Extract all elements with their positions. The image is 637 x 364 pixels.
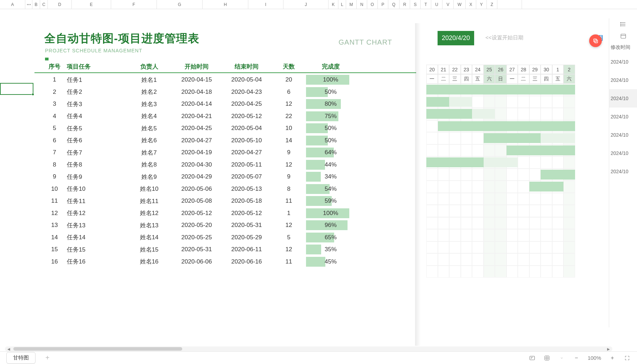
cell-end: 2020-06-16 (222, 258, 272, 265)
table-row[interactable]: 10任务10姓名102020-05-062020-05-13854% (44, 183, 416, 195)
col-header-dots[interactable] (497, 0, 522, 9)
col-header-W[interactable]: W (454, 0, 466, 9)
selected-cell[interactable] (0, 83, 33, 95)
col-header-G[interactable]: G (157, 0, 203, 9)
col-header-dots[interactable]: ⋯ (25, 0, 32, 9)
col-header-S[interactable]: S (410, 0, 421, 9)
cell-task: 任务2 (65, 88, 127, 96)
table-row[interactable]: 13任务13姓名132020-05-202020-05-311296% (44, 219, 416, 232)
table-row[interactable]: 9任务9姓名92020-04-292020-05-07934% (44, 171, 416, 183)
gantt-bar-remaining (449, 97, 472, 107)
gantt-day: 28 (518, 65, 529, 74)
gantt-day: 24 (472, 65, 484, 74)
table-row[interactable]: 15任务15姓名152020-05-312020-06-111235% (44, 243, 416, 256)
cell-days: 11 (272, 197, 306, 204)
fullscreen-icon[interactable] (624, 355, 631, 362)
view-mode-icon[interactable] (529, 355, 536, 362)
col-header-Q[interactable]: Q (388, 0, 400, 9)
zoom-level[interactable]: 100% (588, 355, 601, 361)
col-header-T[interactable]: T (421, 0, 431, 9)
col-header-U[interactable]: U (431, 0, 442, 9)
horizontal-scrollbar[interactable]: ◀ ▶ (5, 346, 612, 351)
gantt-bar[interactable] (541, 170, 575, 180)
col-header-R[interactable]: R (400, 0, 410, 9)
table-row[interactable]: 16任务16姓名162020-06-062020-06-161145% (44, 256, 416, 268)
col-header-F[interactable]: F (111, 0, 157, 9)
table-row[interactable]: 2任务2姓名22020-04-182020-04-23650% (44, 86, 416, 98)
table-row[interactable]: 4任务4姓名42020-04-212020-05-122275% (44, 110, 416, 123)
cell-owner: 姓名9 (127, 173, 172, 181)
col-header-H[interactable]: H (203, 0, 248, 9)
side-date-item[interactable]: 2024/10 (609, 108, 637, 126)
svg-rect-1 (595, 40, 598, 43)
hscroll-thumb[interactable] (13, 347, 182, 351)
side-date-item[interactable]: 2024/10 (609, 53, 637, 71)
col-header-N[interactable]: N (357, 0, 367, 9)
floating-action-button[interactable] (589, 34, 602, 47)
col-header-O[interactable]: O (367, 0, 378, 9)
reading-mode-icon[interactable] (543, 355, 550, 362)
cell-owner: 姓名7 (127, 149, 172, 157)
scroll-right-arrow[interactable]: ▶ (606, 346, 611, 351)
col-header-X[interactable]: X (466, 0, 476, 9)
zoom-out-button[interactable]: − (573, 355, 580, 362)
table-row[interactable]: 5任务5姓名52020-04-252020-05-041050% (44, 122, 416, 135)
col-header-J[interactable]: J (284, 0, 329, 9)
cell-start: 2020-05-20 (172, 222, 222, 229)
gantt-bar[interactable] (529, 182, 564, 191)
table-row[interactable]: 8任务8姓名82020-04-302020-05-111244% (44, 159, 416, 171)
side-date-item[interactable]: 2024/10 (609, 89, 637, 108)
cell-end: 2020-05-04 (222, 76, 272, 83)
col-header-Y[interactable]: Y (476, 0, 487, 9)
table-row[interactable]: 14任务14姓名142020-05-252020-05-29565% (44, 232, 416, 244)
gantt-bar[interactable] (426, 85, 575, 95)
side-date-item[interactable]: 2024/10 (609, 126, 637, 144)
col-header-I[interactable]: I (248, 0, 284, 9)
col-header-K[interactable]: K (329, 0, 338, 9)
col-header-D[interactable]: D (48, 0, 72, 9)
side-date-item[interactable]: 2024/10 (609, 71, 637, 89)
cell-task: 任务12 (65, 209, 127, 217)
cell-owner: 姓名6 (127, 136, 172, 144)
cell-pct: 44% (306, 160, 355, 170)
table-row[interactable]: 7任务7姓名72020-04-192020-04-27964% (44, 147, 416, 159)
gantt-row (426, 253, 607, 266)
dropdown-icon[interactable] (558, 355, 565, 362)
col-header-V[interactable]: V (442, 0, 454, 9)
list-icon[interactable] (609, 18, 637, 30)
gantt-header: 202122232425262728293012一二三四五六日一二三四五六 (426, 65, 607, 84)
col-header-B[interactable]: B (32, 0, 40, 9)
scroll-left-arrow[interactable]: ◀ (6, 346, 11, 351)
gantt-day: 26 (495, 65, 507, 74)
start-date-box[interactable]: 2020/4/20 (438, 31, 474, 45)
side-date-item[interactable]: 2024/10 (609, 144, 637, 162)
gantt-day: 27 (507, 65, 518, 74)
table-row[interactable]: 1任务1姓名12020-04-152020-05-0420100% (44, 74, 416, 86)
cell-start: 2020-05-06 (172, 186, 222, 193)
table-row[interactable]: 11任务11姓名112020-05-082020-05-181159% (44, 195, 416, 207)
table-row[interactable]: 6任务6姓名62020-04-272020-05-101450% (44, 135, 416, 147)
side-date-item[interactable]: 2024/10 (609, 162, 637, 181)
col-header-C[interactable]: C (40, 0, 48, 9)
add-sheet-button[interactable]: + (42, 354, 53, 362)
gantt-bar[interactable] (507, 145, 575, 155)
col-header-P[interactable]: P (378, 0, 388, 9)
zoom-in-button[interactable]: + (609, 355, 616, 362)
table-row[interactable]: 3任务3姓名32020-04-142020-04-251280% (44, 98, 416, 110)
col-header-Z[interactable]: Z (487, 0, 497, 9)
col-header-M[interactable]: M (346, 0, 357, 9)
table-row[interactable]: 12任务12姓名122020-05-122020-05-121100% (44, 207, 416, 220)
col-header-L[interactable]: L (338, 0, 346, 9)
sheet-tab[interactable]: 甘特图 (6, 352, 36, 364)
panel-icon[interactable] (609, 30, 637, 42)
column-ruler[interactable]: A⋯BCDEFGHIJKLMNOPQRSTUVWXYZ (0, 0, 637, 9)
fill-handle[interactable] (32, 93, 34, 96)
worksheet-area[interactable]: 全自动甘特图-项目进度管理表 GANTT CHART PROJECT SCHED… (0, 9, 637, 346)
gantt-bar[interactable] (438, 121, 575, 131)
cell-pct: 59% (306, 196, 355, 206)
title-cn: 全自动甘特图-项目进度管理表 (44, 31, 199, 46)
gantt-weekday: 四 (541, 74, 552, 84)
gantt-row (426, 156, 607, 169)
col-header-E[interactable]: E (72, 0, 111, 9)
col-header-A[interactable]: A (0, 0, 25, 9)
